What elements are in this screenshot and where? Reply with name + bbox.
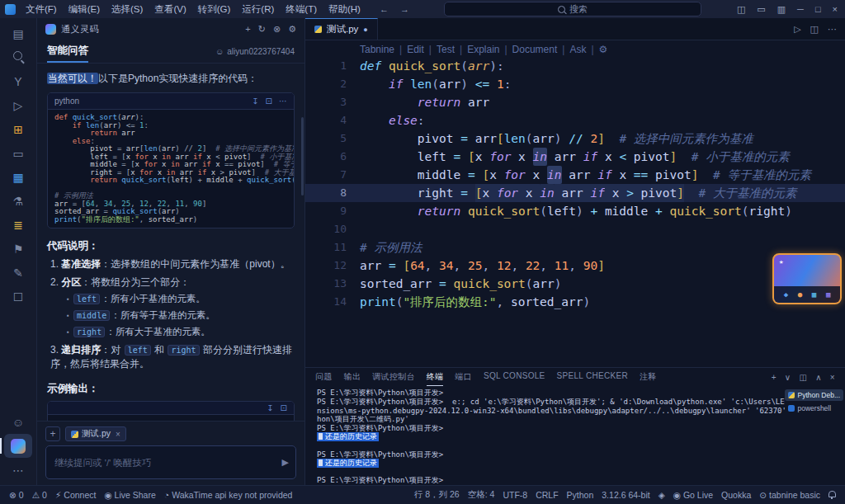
- code-line[interactable]: 12arr = [64, 34, 25, 12, 22, 11, 90]: [305, 257, 845, 275]
- live-share-status[interactable]: ◉Live Share: [100, 486, 159, 504]
- panel-tab-终端[interactable]: 终端: [427, 368, 444, 386]
- terminal-output[interactable]: PS E:\学习资料\Python\项目开发> PS E:\学习资料\Pytho…: [305, 386, 785, 485]
- terminal-item-python-debug[interactable]: Python Deb...: [785, 389, 843, 401]
- maximize-icon[interactable]: □: [810, 3, 827, 16]
- code-line[interactable]: 5 pivot = arr[len(arr) // 2] # 选择中间元素作为基…: [305, 130, 845, 148]
- run-icon[interactable]: ▷: [794, 24, 800, 35]
- code-line[interactable]: 7 middle = [x for x in arr if x == pivot…: [305, 166, 845, 184]
- new-chat-icon[interactable]: +: [245, 24, 250, 35]
- tongyi-lingma-icon[interactable]: [4, 434, 32, 458]
- wakatime-status[interactable]: ◔WakaTime api key not provided: [160, 486, 297, 504]
- more-icon[interactable]: ⋯: [4, 458, 32, 482]
- tab-smart-qa[interactable]: 智能问答: [47, 40, 88, 63]
- code-line[interactable]: 4 else:: [305, 111, 845, 130]
- maximize-panel-icon[interactable]: ∧: [815, 373, 822, 382]
- send-icon[interactable]: ▶: [282, 457, 289, 468]
- code-editor[interactable]: Tabnine|Edit|Test|Explain|Document|Ask|⚙…: [305, 40, 845, 367]
- terminal-profile-icon[interactable]: ∨: [785, 373, 791, 382]
- shield-icon[interactable]: ◆: [784, 290, 788, 299]
- code-line[interactable]: 2 if len(arr) <= 1:: [305, 75, 845, 93]
- search-icon[interactable]: [4, 45, 32, 69]
- extensions-icon[interactable]: ⊞: [4, 117, 32, 141]
- close-panel-icon[interactable]: ×: [830, 373, 835, 382]
- command-search-box[interactable]: 搜索: [444, 2, 701, 16]
- codelens-item-ask[interactable]: Ask: [569, 44, 586, 55]
- minimize-icon[interactable]: ─: [791, 3, 810, 16]
- eol[interactable]: CRLF: [531, 486, 562, 504]
- tabnine-status[interactable]: ⊙tabnine basic: [755, 486, 824, 504]
- codelens-item-test[interactable]: Test: [437, 44, 455, 55]
- new-terminal-icon[interactable]: +: [772, 373, 777, 382]
- tongyi-status-icon[interactable]: ◈: [654, 486, 669, 504]
- bookmarks-icon[interactable]: ⚑: [4, 237, 32, 261]
- insert-code-icon[interactable]: ↧: [252, 94, 258, 108]
- menu-item[interactable]: 运行(R): [236, 2, 280, 17]
- editor-tab-active[interactable]: 测试.py ●: [305, 18, 378, 40]
- menu-item[interactable]: 文件(F): [20, 2, 63, 17]
- history-icon[interactable]: ↻: [258, 24, 266, 35]
- codelens-item-document[interactable]: Document: [512, 44, 558, 55]
- remove-context-icon[interactable]: ×: [116, 430, 120, 439]
- connect-status[interactable]: ⚡Connect: [51, 486, 100, 504]
- python-interpreter[interactable]: 3.12.6 64-bit: [597, 486, 654, 504]
- menu-item[interactable]: 编辑(E): [63, 2, 106, 17]
- add-context-button[interactable]: +: [45, 426, 60, 441]
- sidebar-scrollbar[interactable]: [301, 117, 304, 195]
- more-icon[interactable]: ⋯: [279, 94, 287, 108]
- warnings-indicator[interactable]: ⚠0: [28, 486, 51, 504]
- unsaved-dot-icon[interactable]: ●: [363, 26, 367, 34]
- menu-item[interactable]: 转到(G): [192, 2, 237, 17]
- panel-tab-SQL CONSOLE[interactable]: SQL CONSOLE: [484, 368, 545, 386]
- split-terminal-icon[interactable]: ◫: [799, 373, 807, 382]
- menu-item[interactable]: 帮助(H): [323, 2, 366, 17]
- terminal-item-powershell[interactable]: powershell: [785, 403, 843, 414]
- indentation[interactable]: 空格: 4: [464, 486, 499, 504]
- code-line[interactable]: 14print("排序后的数组:", sorted_arr): [305, 293, 845, 311]
- chat-input[interactable]: [53, 457, 277, 469]
- scan-icon[interactable]: ▩: [826, 290, 830, 299]
- copy-code-icon[interactable]: ⊡: [281, 401, 287, 415]
- notifications-bell[interactable]: [824, 486, 840, 504]
- panel-tab-调试控制台[interactable]: 调试控制台: [372, 368, 415, 386]
- panel-tab-端口[interactable]: 端口: [455, 368, 472, 386]
- testing-icon[interactable]: ⚗: [4, 189, 32, 213]
- promo-card[interactable]: ★ ◆●▦▩: [772, 253, 842, 304]
- forward-icon[interactable]: →: [395, 3, 414, 15]
- code-line[interactable]: 3 return arr: [305, 93, 845, 111]
- quokka-status[interactable]: Quokka: [717, 486, 755, 504]
- todo-icon[interactable]: ☐: [4, 285, 32, 309]
- panel-tab-注释[interactable]: 注释: [640, 368, 657, 386]
- layout-secondary-sidebar-icon[interactable]: ▥: [772, 3, 791, 16]
- apps-icon[interactable]: ▦: [812, 290, 816, 299]
- close-icon[interactable]: ×: [827, 3, 843, 16]
- source-control-icon[interactable]: Y: [4, 69, 32, 93]
- split-editor-icon[interactable]: ◫: [810, 24, 819, 35]
- code-line[interactable]: 13sorted_arr = quick_sort(arr): [305, 275, 845, 293]
- insert-code-icon[interactable]: ↧: [267, 401, 273, 415]
- copy-code-icon[interactable]: ⊡: [266, 94, 272, 108]
- menu-item[interactable]: 查看(V): [149, 2, 191, 17]
- notes-icon[interactable]: ✎: [4, 261, 32, 285]
- layout-panel-icon[interactable]: ▭: [751, 3, 771, 16]
- language-mode[interactable]: Python: [563, 486, 598, 504]
- cursor-position[interactable]: 行 8，列 26: [410, 486, 464, 504]
- code-line[interactable]: 6 left = [x for x in arr if x < pivot] #…: [305, 148, 845, 166]
- code-line[interactable]: 10: [305, 220, 845, 238]
- database-icon[interactable]: ≣: [4, 213, 32, 237]
- code-line[interactable]: 8 right = [x for x in arr if x > pivot] …: [305, 184, 845, 202]
- clear-icon[interactable]: ⊗: [273, 24, 281, 35]
- menu-item[interactable]: 选择(S): [106, 2, 149, 17]
- user-icon[interactable]: ●: [798, 290, 802, 299]
- user-account[interactable]: ☺ aliyun0223767404: [215, 47, 295, 56]
- codelens-item-explain[interactable]: Explain: [467, 44, 499, 55]
- codelens-settings-icon[interactable]: ⚙: [599, 44, 608, 55]
- layout-sidebar-icon[interactable]: ◫: [731, 3, 751, 16]
- more-actions-icon[interactable]: ⋯: [828, 24, 837, 35]
- encoding[interactable]: UTF-8: [498, 486, 531, 504]
- explorer-icon[interactable]: ▤: [4, 21, 32, 45]
- code-line[interactable]: 1def quick_sort(arr):: [305, 57, 845, 75]
- code-line[interactable]: 11# 示例用法: [305, 238, 845, 257]
- chat-message-area[interactable]: 当然可以！以下是Python实现快速排序的代码： python ↧⊡⋯ def …: [37, 64, 304, 421]
- go-live[interactable]: ◉Go Live: [669, 486, 717, 504]
- panel-tab-输出[interactable]: 输出: [344, 368, 361, 386]
